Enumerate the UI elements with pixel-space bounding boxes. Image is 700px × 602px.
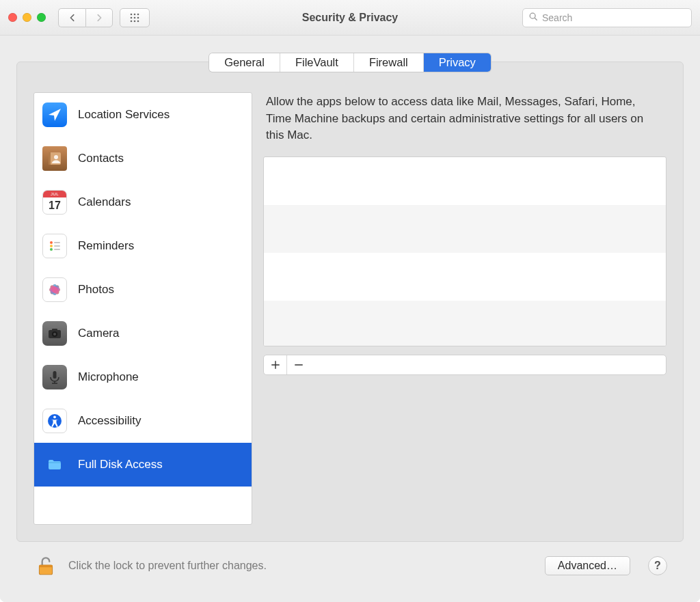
svg-rect-31 xyxy=(52,329,57,331)
sidebar-item-label: Reminders xyxy=(78,239,134,253)
sidebar-item-label: Location Services xyxy=(78,108,170,122)
tab-privacy[interactable]: Privacy xyxy=(424,53,491,72)
svg-point-18 xyxy=(50,248,53,251)
sidebar-item-microphone[interactable]: Microphone xyxy=(34,355,252,399)
svg-point-7 xyxy=(134,20,136,22)
app-list-row xyxy=(264,253,666,301)
back-forward-group xyxy=(58,8,113,27)
sidebar-item-location-services[interactable]: Location Services xyxy=(34,93,252,137)
sidebar-item-label: Full Disk Access xyxy=(78,458,163,471)
camera-icon xyxy=(42,321,67,346)
advanced-button[interactable]: Advanced… xyxy=(545,556,630,575)
svg-point-2 xyxy=(137,13,139,15)
app-list-row xyxy=(264,157,666,205)
sidebar-item-calendars[interactable]: JUL 17 Calendars xyxy=(34,180,252,224)
svg-point-3 xyxy=(131,16,133,18)
tabs: General FileVault Firewall Privacy xyxy=(16,53,684,72)
svg-rect-15 xyxy=(54,242,60,243)
search-icon xyxy=(528,12,538,24)
accessibility-icon xyxy=(42,409,67,433)
svg-point-8 xyxy=(137,20,139,22)
forward-button[interactable] xyxy=(85,8,113,27)
svg-point-14 xyxy=(50,241,53,244)
sidebar-item-label: Accessibility xyxy=(78,414,142,428)
svg-point-1 xyxy=(134,13,136,15)
preferences-window: Security & Privacy General FileVault Fir… xyxy=(0,0,700,602)
search-field[interactable] xyxy=(522,8,692,27)
toolbar-nav xyxy=(58,8,150,27)
privacy-description: Allow the apps below to access data like… xyxy=(263,92,667,156)
traffic-lights xyxy=(8,13,46,22)
show-all-button[interactable] xyxy=(120,8,150,27)
privacy-panel: Location Services Contacts JUL 17 Calend… xyxy=(16,61,684,542)
app-list[interactable] xyxy=(263,156,667,346)
svg-line-10 xyxy=(535,18,537,20)
lock-text: Click the lock to prevent further change… xyxy=(68,560,267,572)
calendar-month: JUL xyxy=(43,191,66,197)
app-list-row xyxy=(264,205,666,253)
sidebar-item-accessibility[interactable]: Accessibility xyxy=(34,399,252,443)
tab-segment: General FileVault Firewall Privacy xyxy=(209,53,491,72)
photos-icon xyxy=(42,277,67,302)
svg-rect-19 xyxy=(54,249,60,250)
sidebar-item-label: Calendars xyxy=(78,195,131,209)
tab-firewall[interactable]: Firewall xyxy=(354,53,424,72)
sidebar-item-photos[interactable]: Photos xyxy=(34,268,252,312)
svg-point-5 xyxy=(137,16,139,18)
svg-point-30 xyxy=(53,333,56,336)
svg-point-4 xyxy=(134,16,136,18)
sidebar-item-full-disk-access[interactable]: Full Disk Access xyxy=(34,443,252,487)
sidebar-item-label: Camera xyxy=(78,327,119,340)
privacy-detail: Allow the apps below to access data like… xyxy=(263,92,667,525)
sidebar-item-label: Contacts xyxy=(78,152,124,165)
svg-point-16 xyxy=(50,245,53,247)
search-input[interactable] xyxy=(542,12,686,23)
remove-button[interactable] xyxy=(287,355,310,374)
tab-filevault[interactable]: FileVault xyxy=(280,53,354,72)
svg-point-0 xyxy=(131,13,133,15)
calendar-icon: JUL 17 xyxy=(42,190,67,215)
svg-rect-17 xyxy=(54,245,60,247)
tab-general[interactable]: General xyxy=(209,53,280,72)
search-wrap xyxy=(522,8,692,27)
contacts-icon xyxy=(42,146,67,171)
zoom-window-button[interactable] xyxy=(37,13,46,22)
help-button[interactable]: ? xyxy=(648,556,667,575)
sidebar-item-label: Photos xyxy=(78,283,114,297)
svg-rect-12 xyxy=(49,152,51,165)
close-window-button[interactable] xyxy=(8,13,17,22)
svg-point-6 xyxy=(131,20,133,22)
folder-icon xyxy=(42,452,67,477)
sidebar-item-contacts[interactable]: Contacts xyxy=(34,137,252,180)
svg-point-36 xyxy=(53,415,56,418)
minimize-window-button[interactable] xyxy=(23,13,31,22)
sidebar-item-camera[interactable]: Camera xyxy=(34,312,252,355)
microphone-icon xyxy=(42,365,67,389)
back-button[interactable] xyxy=(58,8,85,27)
sidebar-item-reminders[interactable]: Reminders xyxy=(34,224,252,268)
svg-rect-32 xyxy=(53,371,57,379)
svg-point-13 xyxy=(54,155,58,159)
calendar-day: 17 xyxy=(43,197,66,214)
sidebar-item-label: Microphone xyxy=(78,370,139,384)
content: General FileVault Firewall Privacy Locat… xyxy=(0,36,700,602)
reminders-icon xyxy=(42,234,67,258)
add-remove-group xyxy=(263,355,667,375)
privacy-category-list[interactable]: Location Services Contacts JUL 17 Calend… xyxy=(33,92,252,525)
add-button[interactable] xyxy=(264,355,287,374)
app-list-row xyxy=(264,301,666,346)
lock-icon[interactable] xyxy=(33,553,59,579)
svg-rect-38 xyxy=(39,565,52,567)
footer: Click the lock to prevent further change… xyxy=(16,542,684,590)
titlebar: Security & Privacy xyxy=(0,0,700,36)
location-icon xyxy=(42,102,67,127)
